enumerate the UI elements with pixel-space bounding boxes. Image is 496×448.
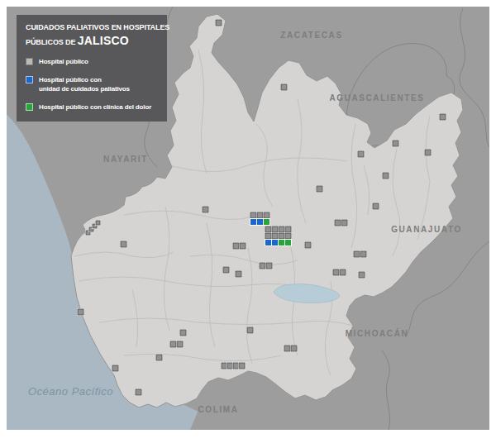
state-label-guanajuato: GUANAJUATO [391, 225, 462, 234]
hospital-marker-public [250, 212, 256, 218]
hospital-marker-public [341, 220, 347, 226]
hospital-marker-public [272, 233, 278, 239]
hospital-marker-public [425, 150, 431, 155]
map-infographic: ZACATECASAGUASCALIENTESNAYARITGUANAJUATO… [0, 0, 496, 448]
hospital-marker-public [340, 269, 346, 275]
legend-item-public: Hospital público [26, 57, 159, 67]
state-label-aguascalientes: AGUASCALIENTES [329, 93, 424, 102]
palliative-unit-swatch-icon [26, 76, 33, 83]
state-label-zacatecas: ZACATECAS [280, 31, 342, 40]
hospital-marker-public [440, 114, 446, 120]
hospital-marker-public [156, 355, 162, 360]
legend-panel: CUIDADOS PALIATIVOS EN HOSPITALES PÚBLIC… [17, 15, 167, 122]
hospital-marker-public [121, 241, 126, 247]
hospital-marker-public [373, 203, 379, 209]
hospital-marker-public [317, 186, 322, 192]
hospital-marker-palliative [257, 219, 263, 225]
hospital-marker-public [203, 207, 208, 212]
hospital-marker-public [222, 363, 227, 369]
hospital-marker-pain-clinic [285, 240, 291, 245]
hospital-marker-public [233, 243, 239, 249]
hospital-marker-public [333, 269, 339, 275]
hospital-marker-public [112, 365, 118, 371]
hospital-marker-public [354, 251, 360, 257]
hospital-marker-public [239, 363, 245, 369]
legend-item-palliative-label: Hospital público con unidad de cuidados … [39, 75, 130, 94]
map-title: CUIDADOS PALIATIVOS EN HOSPITALES PÚBLIC… [26, 22, 159, 49]
hospital-marker-public [393, 141, 398, 146]
map-title-state: JALISCO [78, 34, 129, 47]
legend-item-palliative: Hospital público con unidad de cuidados … [26, 75, 159, 94]
hospital-marker-public [257, 212, 263, 218]
hospital-marker-public [260, 263, 265, 269]
hospital-marker-palliative [265, 240, 271, 245]
legend-item-pain-clinic: Hospital público con clínica del dolor [26, 102, 159, 112]
hospital-marker-public [359, 272, 365, 278]
hospital-marker-public [247, 327, 253, 333]
hospital-marker-public [78, 309, 83, 315]
legend-item-palliative-line2: unidad de cuidados paliativos [39, 85, 130, 93]
hospital-marker-public [285, 226, 291, 232]
hospital-marker-public [335, 220, 341, 226]
hospital-marker-palliative [272, 240, 278, 245]
hospital-marker-public [236, 271, 241, 277]
hospital-marker-public [281, 84, 287, 90]
hospital-marker-public [180, 330, 186, 336]
hospital-marker-public [177, 341, 183, 347]
hospital-marker-pain-clinic [279, 240, 284, 245]
ocean-label: Océano Pacífico [28, 385, 113, 398]
hospital-marker-public [96, 221, 100, 225]
hospital-marker-public [272, 226, 278, 232]
legend-item-public-label: Hospital público [39, 57, 88, 67]
state-label-michoacan: MICHOACÁN [346, 328, 409, 338]
hospital-marker-public [279, 233, 284, 239]
legend-item-pain-clinic-label: Hospital público con clínica del dolor [39, 102, 151, 112]
hospital-marker-public [358, 151, 364, 157]
pain-clinic-swatch-icon [26, 103, 33, 111]
map-title-line1: CUIDADOS PALIATIVOS EN HOSPITALES [26, 23, 169, 31]
state-label-nayarit: NAYARIT [103, 155, 148, 164]
hospital-marker-public [266, 263, 272, 269]
hospital-marker-public [265, 226, 271, 232]
hospital-marker-public [216, 20, 222, 26]
hospital-marker-public [265, 233, 271, 239]
hospital-marker-palliative [250, 219, 256, 225]
hospital-marker-public [136, 389, 141, 395]
legend-item-palliative-line1: Hospital público con [39, 76, 102, 83]
hospital-marker-public [227, 363, 233, 369]
map-title-prefix: PÚBLICOS DE [26, 38, 78, 46]
hospital-marker-public [240, 243, 246, 249]
hospital-marker-public [233, 363, 239, 369]
hospital-marker-public [305, 242, 311, 248]
hospital-marker-public [170, 341, 176, 347]
public-hospital-swatch-icon [26, 58, 33, 65]
hospital-marker-public [284, 346, 290, 351]
hospital-marker-public [279, 226, 284, 232]
hospital-marker-public [383, 173, 389, 179]
state-label-colima: COLIMA [198, 405, 238, 414]
hospital-marker-public [291, 346, 297, 351]
hospital-marker-public [264, 212, 269, 218]
hospital-marker-public [223, 267, 229, 273]
hospital-marker-pain-clinic [264, 219, 269, 225]
hospital-marker-public [285, 233, 291, 239]
hospital-marker-public [360, 251, 366, 257]
